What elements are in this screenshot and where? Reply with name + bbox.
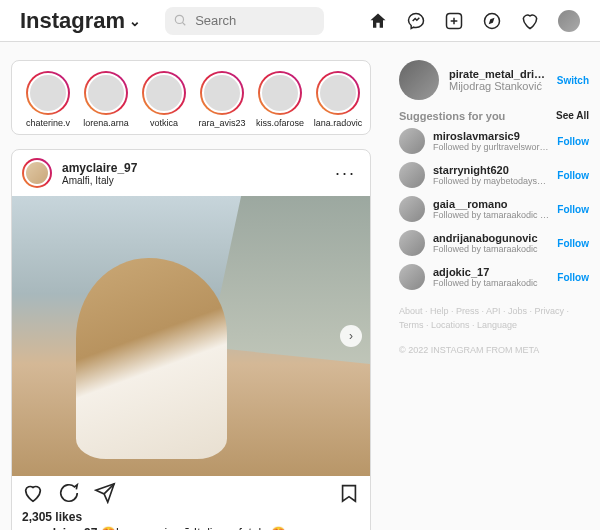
story-username: kiss.ofarose	[254, 118, 306, 128]
carousel-next-icon[interactable]: ›	[340, 325, 362, 347]
comment-icon[interactable]	[58, 482, 80, 504]
suggestion-sub: Followed by tamaraakodic and lifeofmaja_	[433, 210, 549, 220]
emoji-icon: 😍	[101, 526, 116, 530]
story-username: lana.radovic	[312, 118, 364, 128]
new-post-icon[interactable]	[444, 11, 464, 31]
me-username[interactable]: pirate_metal_drinking_deckha...	[449, 68, 547, 80]
like-icon[interactable]	[22, 482, 44, 504]
suggestion-item: starrynight620Followed by maybetodaysata…	[399, 162, 589, 188]
suggestion-sub: Followed by tamaraakodic	[433, 278, 549, 288]
story-item[interactable]: votkica	[138, 71, 190, 128]
suggestion-username[interactable]: adjokic_17	[433, 266, 549, 278]
suggestion-avatar[interactable]	[399, 230, 425, 256]
story-item[interactable]: rara_avis23	[196, 71, 248, 128]
suggestion-sub: Followed by gurltravelsworld + 1 more	[433, 142, 549, 152]
footer-links[interactable]: About · Help · Press · API · Jobs · Priv…	[399, 304, 589, 333]
search	[165, 7, 324, 35]
me-fullname: Mijodrag Stanković	[449, 80, 547, 92]
post-location[interactable]: Amalfi, Italy	[62, 175, 331, 186]
story-item[interactable]: kiss.ofarose	[254, 71, 306, 128]
post-avatar[interactable]	[22, 158, 52, 188]
footer: About · Help · Press · API · Jobs · Priv…	[399, 304, 589, 357]
story-ring	[316, 71, 360, 115]
suggestion-item: adjokic_17Followed by tamaraakodicFollow	[399, 264, 589, 290]
brand-text: Instagram	[20, 8, 125, 34]
post-card: amyclaire_97 Amalfi, Italy ··· › 2,305 l…	[11, 149, 371, 530]
svg-point-0	[175, 15, 183, 23]
chevron-down-icon: ⌄	[129, 13, 141, 29]
story-username: lorena.arna	[80, 118, 132, 128]
story-item[interactable]: lorena.arna	[80, 71, 132, 128]
switch-account[interactable]: Switch	[557, 75, 589, 86]
svg-line-1	[182, 22, 185, 25]
save-icon[interactable]	[338, 482, 360, 504]
suggestion-username[interactable]: gaia__romano	[433, 198, 549, 210]
suggestion-avatar[interactable]	[399, 264, 425, 290]
story-username: rara_avis23	[196, 118, 248, 128]
profile-avatar-icon[interactable]	[558, 10, 580, 32]
suggestions-label: Suggestions for you	[399, 110, 505, 122]
story-ring	[84, 71, 128, 115]
suggestions-header: Suggestions for you See All	[399, 110, 589, 122]
story-ring	[200, 71, 244, 115]
story-ring	[26, 71, 70, 115]
activity-icon[interactable]	[520, 11, 540, 31]
main: chaterine.vlorena.arnavotkicarara_avis23…	[0, 42, 600, 530]
search-input[interactable]	[165, 7, 324, 35]
post-caption: amyclaire_97 😍In excursie pă Italia ca f…	[12, 524, 370, 530]
search-icon	[173, 13, 187, 27]
see-all[interactable]: See All	[556, 110, 589, 122]
suggestion-username[interactable]: starrynight620	[433, 164, 549, 176]
sidebar: pirate_metal_drinking_deckha... Mijodrag…	[399, 60, 589, 530]
suggestion-item: andrijanabogunovicFollowed by tamaraakod…	[399, 230, 589, 256]
post-image[interactable]: ›	[12, 196, 370, 476]
follow-button[interactable]: Follow	[557, 272, 589, 283]
suggestion-avatar[interactable]	[399, 128, 425, 154]
emoji-icon: 😍	[271, 526, 286, 530]
stories-tray: chaterine.vlorena.arnavotkicarara_avis23…	[11, 60, 371, 135]
follow-button[interactable]: Follow	[557, 204, 589, 215]
caption-username[interactable]: amyclaire_97	[22, 526, 97, 530]
logo[interactable]: Instagram ⌄	[20, 8, 141, 34]
suggestion-sub: Followed by maybetodaysatans and gurlt..…	[433, 176, 549, 186]
feed-column: chaterine.vlorena.arnavotkicarara_avis23…	[11, 60, 371, 530]
post-actions	[12, 476, 370, 510]
suggestion-username[interactable]: andrijanabogunovic	[433, 232, 549, 244]
me-avatar[interactable]	[399, 60, 439, 100]
post-more-icon[interactable]: ···	[331, 163, 360, 184]
story-item[interactable]: chaterine.v	[22, 71, 74, 128]
nav-icons	[368, 10, 580, 32]
svg-marker-6	[489, 17, 495, 24]
follow-button[interactable]: Follow	[557, 170, 589, 181]
explore-icon[interactable]	[482, 11, 502, 31]
current-user: pirate_metal_drinking_deckha... Mijodrag…	[399, 60, 589, 100]
suggestion-username[interactable]: miroslavmarsic9	[433, 130, 549, 142]
caption-text: In excursie pă Italia ca fetele	[116, 526, 268, 530]
suggestion-item: miroslavmarsic9Followed by gurltravelswo…	[399, 128, 589, 154]
post-username[interactable]: amyclaire_97	[62, 161, 331, 175]
story-username: votkica	[138, 118, 190, 128]
follow-button[interactable]: Follow	[557, 136, 589, 147]
home-icon[interactable]	[368, 11, 388, 31]
post-likes[interactable]: 2,305 likes	[12, 510, 370, 524]
footer-copy: © 2022 INSTAGRAM FROM META	[399, 343, 589, 357]
suggestion-sub: Followed by tamaraakodic	[433, 244, 549, 254]
story-username: chaterine.v	[22, 118, 74, 128]
suggestion-item: gaia__romanoFollowed by tamaraakodic and…	[399, 196, 589, 222]
messenger-icon[interactable]	[406, 11, 426, 31]
top-nav: Instagram ⌄	[0, 0, 600, 42]
story-ring	[142, 71, 186, 115]
suggestion-avatar[interactable]	[399, 196, 425, 222]
share-icon[interactable]	[94, 482, 116, 504]
story-item[interactable]: lana.radovic	[312, 71, 364, 128]
suggestion-avatar[interactable]	[399, 162, 425, 188]
follow-button[interactable]: Follow	[557, 238, 589, 249]
story-ring	[258, 71, 302, 115]
post-header: amyclaire_97 Amalfi, Italy ···	[12, 150, 370, 196]
